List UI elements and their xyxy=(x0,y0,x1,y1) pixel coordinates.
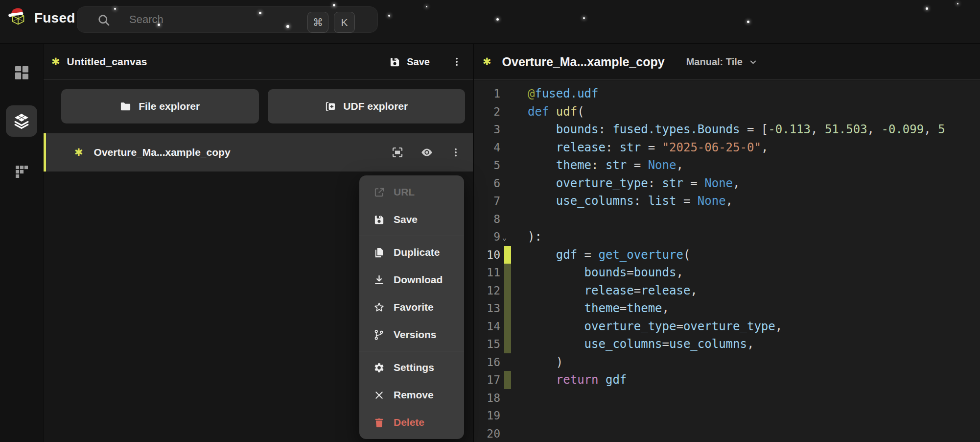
app-window: Fused ⌘ K xyxy=(0,0,980,442)
save-icon xyxy=(373,214,385,225)
code-line-3[interactable]: 3 bounds: fused.types.Bounds = [-0.113, … xyxy=(474,121,980,139)
code-line-2[interactable]: 2def udf( xyxy=(474,103,980,121)
save-button[interactable]: Save xyxy=(389,56,430,68)
line-number: 12 xyxy=(474,282,500,300)
code-line-11[interactable]: 11 bounds=bounds, xyxy=(474,264,980,282)
search-icon xyxy=(97,13,111,27)
code-line-10[interactable]: 10 gdf = get_overture( xyxy=(474,246,980,264)
line-number: 11 xyxy=(474,264,500,282)
menu-item-label: Versions xyxy=(394,329,437,341)
sidebar-item-dashboard[interactable] xyxy=(8,59,35,86)
snow-dot xyxy=(114,8,116,10)
folder-icon xyxy=(120,101,131,112)
kebab-icon xyxy=(451,56,462,67)
zoom-to-layer-icon[interactable] xyxy=(392,147,403,158)
versions-icon xyxy=(373,329,385,341)
menu-item-label: Delete xyxy=(394,417,424,428)
git-gutter-marker-modified xyxy=(504,264,511,282)
menu-item-label: Download xyxy=(394,274,443,286)
udf-kebab-menu-button[interactable] xyxy=(450,147,461,158)
save-icon xyxy=(389,56,400,68)
code-line-6[interactable]: 6 overture_type: str = None, xyxy=(474,174,980,193)
canvas-panel-header: ✱ Untitled_canvas Save xyxy=(44,44,473,80)
brand-logo[interactable]: Fused xyxy=(8,7,75,29)
line-number: 9 xyxy=(474,228,500,246)
snow-dot xyxy=(926,7,928,10)
menu-divider xyxy=(359,351,464,351)
code-line-7[interactable]: 7 use_columns: list = None, xyxy=(474,192,980,210)
udf-context-menu: URLSaveDuplicateDownloadFavoriteVersions… xyxy=(359,175,464,439)
menu-item-settings[interactable]: Settings xyxy=(359,354,464,381)
code-line-8[interactable]: 8 xyxy=(474,210,980,228)
code-line-15[interactable]: 15 use_columns=use_columns, xyxy=(474,335,980,353)
fold-chevron-icon[interactable]: ⌄ xyxy=(502,229,507,247)
code-line-5[interactable]: 5 theme: str = None, xyxy=(474,156,980,174)
line-number: 5 xyxy=(474,156,500,174)
line-number: 1 xyxy=(474,85,500,103)
menu-item-delete[interactable]: Delete xyxy=(359,409,464,436)
code-text: overture_type: str = None, xyxy=(528,174,740,193)
line-number: 8 xyxy=(474,210,500,228)
menu-item-label: Favorite xyxy=(394,301,434,313)
git-gutter-marker-modified xyxy=(504,335,511,353)
code-text: release=release, xyxy=(528,282,698,300)
code-editor[interactable]: 1@fused.udf2def udf(3 bounds: fused.type… xyxy=(474,80,980,442)
menu-item-favorite[interactable]: Favorite xyxy=(359,294,464,321)
star-icon xyxy=(373,302,385,313)
duplicate-icon xyxy=(373,247,385,258)
code-line-4[interactable]: 4 release: str = "2025-06-25-0", xyxy=(474,139,980,157)
menu-item-download[interactable]: Download xyxy=(359,266,464,294)
code-text: @fused.udf xyxy=(528,85,599,103)
trash-icon xyxy=(373,417,385,428)
code-text: gdf = get_overture( xyxy=(528,246,690,264)
file-explorer-button[interactable]: File explorer xyxy=(61,89,259,123)
code-line-1[interactable]: 1@fused.udf xyxy=(474,85,980,103)
menu-item-remove[interactable]: Remove xyxy=(359,381,464,409)
canvas-kebab-menu-button[interactable] xyxy=(451,56,462,67)
code-line-17[interactable]: 17 return gdf xyxy=(474,371,980,389)
code-line-9[interactable]: 9⌄): xyxy=(474,228,980,246)
git-gutter-marker-modified xyxy=(504,282,511,300)
code-text: bounds: fused.types.Bounds = [-0.113, 51… xyxy=(528,121,945,139)
editor-header: ✱ Overture_Ma...xample_copy Manual: Tile xyxy=(474,44,980,80)
visibility-eye-icon[interactable] xyxy=(420,146,433,159)
code-line-12[interactable]: 12 release=release, xyxy=(474,282,980,300)
menu-item-url: URL xyxy=(359,178,464,206)
gear-icon xyxy=(373,362,385,373)
code-line-18[interactable]: 18 xyxy=(474,389,980,407)
line-number: 13 xyxy=(474,299,500,318)
udf-list-item[interactable]: ✱ Overture_Ma...xample_copy xyxy=(44,133,473,172)
snow-dot xyxy=(583,17,585,19)
menu-item-save[interactable]: Save xyxy=(359,206,464,233)
code-text: theme: str = None, xyxy=(528,156,683,174)
udf-unsaved-indicator: ✱ xyxy=(74,147,83,158)
menu-item-label: Settings xyxy=(394,362,434,373)
code-text: overture_type=overture_type, xyxy=(528,318,782,336)
code-text: def udf( xyxy=(528,103,584,121)
code-line-19[interactable]: 19 xyxy=(474,407,980,425)
menu-item-versions[interactable]: Versions xyxy=(359,321,464,348)
sidebar-item-layers[interactable] xyxy=(6,105,37,137)
menu-item-label: URL xyxy=(394,186,415,198)
udf-explorer-button[interactable]: UDF explorer xyxy=(268,89,466,123)
line-number: 17 xyxy=(474,371,500,389)
code-line-13[interactable]: 13 theme=theme, xyxy=(474,299,980,318)
menu-item-duplicate[interactable]: Duplicate xyxy=(359,239,464,266)
left-sidebar xyxy=(0,44,43,442)
editor-title: Overture_Ma...xample_copy xyxy=(502,55,665,69)
git-gutter-marker-modified xyxy=(504,299,511,318)
code-text: ) xyxy=(528,353,563,371)
udf-explorer-label: UDF explorer xyxy=(343,100,408,112)
canvas-panel: ✱ Untitled_canvas Save xyxy=(44,44,473,442)
code-line-20[interactable]: 20 xyxy=(474,425,980,442)
search-box[interactable]: ⌘ K xyxy=(77,6,378,33)
code-line-14[interactable]: 14 overture_type=overture_type, xyxy=(474,318,980,336)
mode-selector-dropdown[interactable]: Manual: Tile xyxy=(686,56,758,68)
line-number: 15 xyxy=(474,335,500,353)
code-text: ): xyxy=(528,228,542,246)
code-line-16[interactable]: 16 ) xyxy=(474,353,980,371)
menu-item-label: Duplicate xyxy=(394,246,440,258)
sidebar-item-blocks[interactable] xyxy=(8,158,35,185)
code-text: release: str = "2025-06-25-0", xyxy=(528,139,768,157)
line-number: 16 xyxy=(474,353,500,371)
